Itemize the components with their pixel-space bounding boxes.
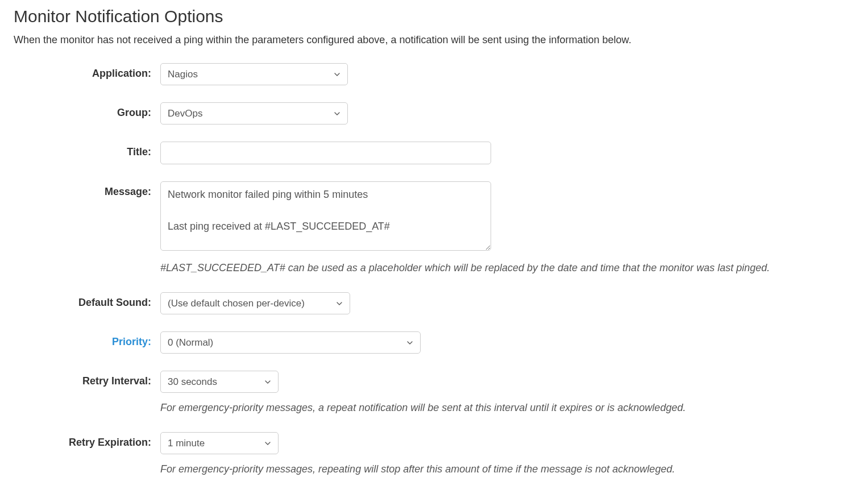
group-select[interactable]: DevOps [160, 102, 348, 125]
application-select[interactable]: Nagios [160, 63, 348, 85]
page-description: When the monitor has not received a ping… [14, 34, 854, 46]
default-sound-row: Default Sound: (Use default chosen per-d… [14, 292, 854, 314]
retry-expiration-help-text: For emergency-priority messages, repeati… [160, 462, 854, 476]
application-row: Application: Nagios [14, 63, 854, 85]
message-textarea[interactable]: Network monitor failed ping within 5 min… [160, 181, 491, 251]
retry-interval-row: Retry Interval: 30 seconds For emergency… [14, 371, 854, 415]
group-row: Group: DevOps [14, 102, 854, 125]
application-label: Application: [14, 63, 160, 80]
default-sound-label: Default Sound: [14, 292, 160, 309]
group-label: Group: [14, 102, 160, 119]
message-row: Message: Network monitor failed ping wit… [14, 181, 854, 275]
title-input[interactable] [160, 142, 491, 164]
retry-interval-select[interactable]: 30 seconds [160, 371, 279, 393]
priority-row: Priority: 0 (Normal) [14, 331, 854, 354]
title-row: Title: [14, 142, 854, 164]
retry-expiration-label: Retry Expiration: [14, 432, 160, 449]
default-sound-select[interactable]: (Use default chosen per-device) [160, 292, 350, 314]
retry-expiration-row: Retry Expiration: 1 minute For emergency… [14, 432, 854, 476]
retry-interval-label: Retry Interval: [14, 371, 160, 387]
priority-label[interactable]: Priority: [14, 331, 160, 348]
priority-select[interactable]: 0 (Normal) [160, 331, 421, 354]
title-label: Title: [14, 142, 160, 158]
retry-expiration-select[interactable]: 1 minute [160, 432, 279, 454]
message-label: Message: [14, 181, 160, 198]
retry-interval-help-text: For emergency-priority messages, a repea… [160, 401, 854, 415]
message-help-text: #LAST_SUCCEEDED_AT# can be used as a pla… [160, 261, 854, 275]
page-heading: Monitor Notification Options [14, 7, 854, 26]
